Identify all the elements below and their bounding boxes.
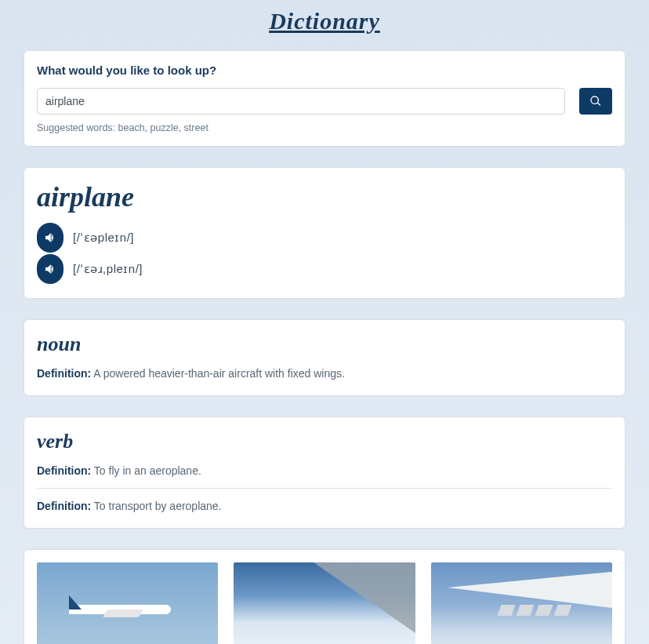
result-image — [37, 562, 218, 644]
definition-label: Definition: — [37, 367, 91, 380]
ipa-text: [/ˈɛəpleɪn/] — [73, 231, 134, 245]
play-audio-button[interactable] — [37, 223, 63, 253]
definition-label: Definition: — [37, 464, 91, 477]
suggested-words: Suggested words: beach, puzzle, street — [37, 122, 612, 133]
play-audio-button[interactable] — [37, 254, 63, 284]
search-prompt: What would you like to look up? — [37, 64, 612, 77]
search-input[interactable] — [37, 88, 565, 115]
page-title: Dictionary — [24, 0, 625, 50]
search-icon — [589, 95, 602, 107]
definition-label: Definition: — [37, 500, 91, 512]
definition-line: Definition: A powered heavier-than-air a… — [37, 364, 612, 383]
phonetic-row: [/ˈɛəpleɪn/] — [37, 223, 612, 253]
definition-text: To fly in an aeroplane. — [91, 464, 201, 477]
part-of-speech: verb — [37, 430, 612, 453]
result-image — [431, 562, 612, 644]
headword: airplane — [37, 180, 612, 213]
volume-icon — [43, 231, 57, 245]
part-of-speech: noun — [37, 333, 612, 356]
search-card: What would you like to look up? Suggeste… — [24, 50, 625, 147]
definition-line: Definition: To transport by aeroplane. — [37, 488, 612, 515]
images-card — [24, 549, 625, 644]
definition-text: A powered heavier-than-air aircraft with… — [91, 367, 345, 380]
word-card: airplane [/ˈɛəpleɪn/] [/ˈɛəɹˌpleɪn/] — [24, 167, 625, 299]
definition-text: To transport by aeroplane. — [91, 500, 221, 512]
result-image — [234, 562, 415, 644]
phonetic-row: [/ˈɛəɹˌpleɪn/] — [37, 254, 612, 284]
ipa-text: [/ˈɛəɹˌpleɪn/] — [73, 262, 143, 276]
definition-card-verb: verb Definition: To fly in an aeroplane.… — [24, 417, 625, 529]
definition-card-noun: noun Definition: A powered heavier-than-… — [24, 319, 625, 396]
volume-icon — [43, 262, 57, 276]
definition-line: Definition: To fly in an aeroplane. — [37, 461, 612, 480]
search-button[interactable] — [579, 88, 612, 115]
